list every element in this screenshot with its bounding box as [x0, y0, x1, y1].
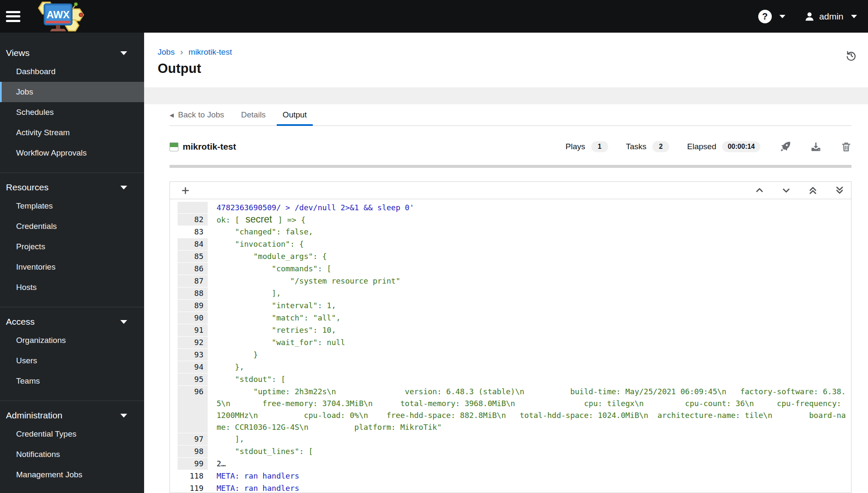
- sidebar-item-credentials[interactable]: Credentials: [0, 216, 144, 237]
- line-text: ],: [217, 433, 851, 445]
- output-line: 90 "match": "all",: [170, 312, 851, 324]
- output-toolbar: [170, 182, 851, 199]
- nav-section-toggle-administration[interactable]: Administration: [0, 407, 144, 424]
- sidebar-item-templates[interactable]: Templates: [0, 196, 144, 216]
- line-number: 86: [178, 263, 208, 275]
- output-line: 85 "module_args": {: [170, 251, 851, 263]
- breadcrumb-job-link[interactable]: mikrotik-test: [189, 47, 232, 57]
- line-text: "stdout_lines": [: [217, 446, 851, 457]
- sidebar-item-notifications[interactable]: Notifications: [0, 444, 144, 465]
- line-text: ok: [secret] => {: [217, 214, 851, 226]
- line-text: META: ran handlers: [217, 470, 851, 482]
- nav-section-toggle-resources[interactable]: Resources: [0, 179, 144, 196]
- line-number: 84: [178, 238, 208, 251]
- sidebar-item-workflow-approvals[interactable]: Workflow Approvals: [0, 143, 144, 163]
- sidebar-item-teams[interactable]: Teams: [0, 371, 144, 391]
- sidebar-item-jobs[interactable]: Jobs: [0, 82, 144, 102]
- line-text: META: ran handlers: [217, 482, 851, 493]
- tab-output[interactable]: Output: [277, 104, 313, 125]
- breadcrumb-separator: ›: [180, 47, 183, 57]
- header-spacer: [144, 87, 868, 104]
- job-tabs: ◀ Back to Jobs Details Output: [170, 104, 851, 126]
- scroll-top-icon[interactable]: [808, 186, 818, 195]
- line-text: "/system resource print": [217, 275, 851, 287]
- sidebar-item-inventories[interactable]: Inventories: [0, 257, 144, 277]
- output-line: 118META: ran handlers: [170, 470, 851, 482]
- stat-tasks: Tasks2: [626, 141, 670, 152]
- line-text: }: [217, 349, 851, 361]
- line-text: "interval": 1,: [217, 300, 851, 312]
- nav-section-toggle-access[interactable]: Access: [0, 313, 144, 330]
- relaunch-rocket-icon[interactable]: [780, 141, 791, 152]
- user-menu-caret-icon[interactable]: [851, 15, 857, 18]
- sidebar-item-organizations[interactable]: Organizations: [0, 330, 144, 351]
- breadcrumb-jobs-link[interactable]: Jobs: [158, 47, 175, 57]
- sidebar-item-dashboard[interactable]: Dashboard: [0, 61, 144, 82]
- tab-back-to-jobs[interactable]: ◀ Back to Jobs: [170, 104, 230, 125]
- host-link[interactable]: secret: [245, 214, 272, 225]
- line-text: ],: [217, 287, 851, 299]
- line-number: 85: [178, 251, 208, 263]
- user-menu[interactable]: admin: [804, 11, 843, 22]
- sidebar-item-management-jobs[interactable]: Management Jobs: [0, 465, 144, 485]
- line-number: 118: [178, 470, 208, 482]
- help-icon[interactable]: ?: [758, 10, 772, 23]
- scroll-buttons: [755, 186, 844, 195]
- output-collapsed-expander-row: 992…: [170, 458, 851, 470]
- line-text: "commands": [: [217, 263, 851, 275]
- scroll-next-icon[interactable]: [782, 186, 791, 195]
- output-line: 89 "interval": 1,: [170, 300, 851, 312]
- history-icon[interactable]: [845, 50, 857, 61]
- output-line: 96 "uptime: 2h3m22s\n version: 6.48.3 (s…: [170, 386, 851, 433]
- sidebar-item-schedules[interactable]: Schedules: [0, 102, 144, 123]
- tab-details[interactable]: Details: [235, 104, 272, 125]
- output-line: 84 "invocation": {: [170, 238, 851, 251]
- output-line: 119META: ran handlers: [170, 482, 851, 493]
- sidebar-item-projects[interactable]: Projects: [0, 237, 144, 257]
- delete-trash-icon[interactable]: [841, 142, 851, 152]
- line-text: "stdout": [: [217, 373, 851, 385]
- nav-toggle-icon[interactable]: [6, 11, 20, 22]
- sidebar-item-activity-stream[interactable]: Activity Stream: [0, 123, 144, 143]
- output-line: 83 "changed": false,: [170, 226, 851, 238]
- job-output-card: ◀ Back to Jobs Details Output mikrotik-t…: [144, 104, 868, 493]
- line-number: 83: [178, 226, 208, 238]
- user-icon: [804, 11, 815, 22]
- nav-section-administration: AdministrationCredential TypesNotificati…: [0, 401, 144, 493]
- output-line: 94 },: [170, 361, 851, 373]
- nav-section-access: AccessOrganizationsUsersTeams: [0, 307, 144, 401]
- nav-section-label: Resources: [6, 182, 48, 192]
- nav-section-toggle-views[interactable]: Views: [0, 45, 144, 61]
- job-output-log: 4782363690509/ > /dev/null 2>&1 && sleep…: [170, 199, 851, 493]
- line-number: 90: [178, 312, 208, 324]
- top-bar: AWX ? admin: [0, 0, 868, 33]
- awx-logo[interactable]: AWX: [33, 0, 86, 33]
- scroll-previous-icon[interactable]: [755, 186, 764, 195]
- job-header-row: mikrotik-test Plays1Tasks2Elapsed00:00:1…: [170, 141, 851, 152]
- topbar-actions: ? admin: [758, 10, 857, 23]
- task-result-suffix: ] => {: [278, 215, 306, 224]
- line-text[interactable]: 2…: [217, 458, 851, 470]
- scroll-bottom-icon[interactable]: [835, 186, 844, 195]
- sidebar-item-users[interactable]: Users: [0, 351, 144, 371]
- line-text: "changed": false,: [217, 226, 851, 238]
- line-text: },: [217, 361, 851, 373]
- output-line: 87 "/system resource print": [170, 275, 851, 287]
- username: admin: [819, 11, 843, 22]
- nav-section-label: Access: [6, 317, 35, 327]
- help-menu-caret-icon[interactable]: [779, 15, 785, 18]
- line-number: 119: [178, 482, 208, 493]
- sidebar-item-hosts[interactable]: Hosts: [0, 277, 144, 298]
- stat-plays: Plays1: [565, 141, 608, 152]
- stat-label: Plays: [565, 142, 585, 151]
- page-header: Jobs › mikrotik-test Output: [144, 33, 868, 87]
- expand-all-plus-icon[interactable]: [181, 186, 190, 195]
- output-pane: 4782363690509/ > /dev/null 2>&1 && sleep…: [170, 181, 851, 493]
- line-text: "retries": 10,: [217, 324, 851, 336]
- output-line: 97 ],: [170, 433, 851, 446]
- task-result-prefix: ok: [: [217, 215, 239, 224]
- line-number: 91: [178, 324, 208, 337]
- sidebar-item-credential-types[interactable]: Credential Types: [0, 424, 144, 444]
- stat-label: Tasks: [626, 142, 647, 151]
- download-output-icon[interactable]: [810, 141, 821, 152]
